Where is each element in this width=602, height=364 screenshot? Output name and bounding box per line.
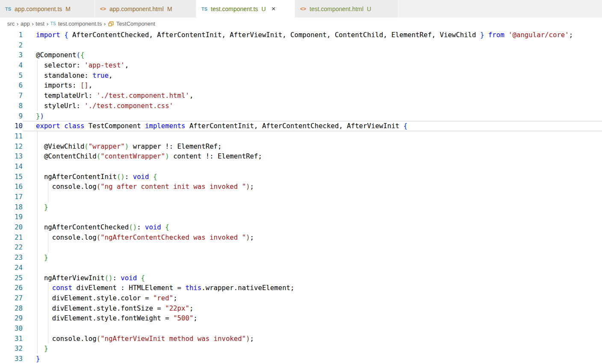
code-line-15[interactable]: 15 ngAfterContentInit(): void { [0, 172, 602, 182]
line-number[interactable]: 1 [0, 30, 23, 40]
code-line-27[interactable]: 27 divElement.style.color = "red"; [0, 293, 602, 303]
tab-app-component-html[interactable]: <> app.component.html M [95, 0, 196, 18]
code-text [23, 242, 36, 252]
line-number[interactable]: 4 [0, 60, 23, 70]
code-text: console.log("ng after content init was i… [23, 182, 254, 192]
line-number[interactable]: 25 [0, 273, 23, 283]
code-line-10[interactable]: 10export class TestComponent implements … [0, 121, 602, 131]
line-number[interactable]: 5 [0, 70, 23, 81]
line-number[interactable]: 29 [0, 313, 23, 323]
line-number[interactable]: 30 [0, 323, 23, 334]
code-line-14[interactable]: 14 [0, 161, 602, 172]
line-number[interactable]: 23 [0, 252, 23, 263]
tab-label: app.component.ts [15, 6, 62, 12]
indent-guide [48, 192, 48, 202]
breadcrumb: src › app › test › TS test.component.ts … [0, 18, 602, 30]
ts-file-icon: TS [5, 6, 11, 12]
line-number[interactable]: 7 [0, 91, 23, 101]
code-line-3[interactable]: 3@Component({ [0, 50, 602, 60]
code-line-22[interactable]: 22 [0, 242, 602, 252]
code-line-21[interactable]: 21 console.log("ngAfterContentChecked wa… [0, 232, 602, 243]
code-text: @ViewChild("wrapper") wrapper !: Element… [23, 141, 222, 152]
code-line-16[interactable]: 16 console.log("ng after content init wa… [0, 182, 602, 192]
indent-guide [37, 242, 38, 252]
tab-test-component-html[interactable]: <> test.component.html U [295, 0, 398, 18]
html-file-icon: <> [300, 6, 306, 12]
code-line-25[interactable]: 25 ngAfterViewInit(): void { [0, 273, 602, 283]
code-line-30[interactable]: 30 [0, 323, 602, 334]
line-number[interactable]: 28 [0, 303, 23, 314]
code-line-7[interactable]: 7 templateUrl: './test.component.html', [0, 91, 602, 101]
tab-label: test.component.ts [211, 6, 258, 12]
code-line-32[interactable]: 32 } [0, 343, 602, 354]
line-number[interactable]: 22 [0, 242, 23, 252]
code-text: divElement.style.color = "red"; [23, 293, 177, 303]
line-number[interactable]: 11 [0, 131, 23, 141]
line-number[interactable]: 21 [0, 232, 23, 243]
code-line-1[interactable]: 1import { AfterContentChecked, AfterCont… [0, 30, 602, 40]
code-line-33[interactable]: 33} [0, 354, 602, 364]
line-number[interactable]: 17 [0, 192, 23, 202]
code-line-26[interactable]: 26 const divElement : HTMLElement = this… [0, 283, 602, 293]
code-text [23, 161, 36, 172]
breadcrumb-item-test[interactable]: test [35, 21, 44, 27]
line-number[interactable]: 16 [0, 182, 23, 192]
class-symbol-icon [108, 21, 114, 27]
code-line-9[interactable]: 9}) [0, 111, 602, 121]
code-line-13[interactable]: 13 @ContentChild("contentWrapper") conte… [0, 151, 602, 161]
code-line-2[interactable]: 2 [0, 40, 602, 50]
breadcrumb-item-file[interactable]: TS test.component.ts [50, 21, 102, 27]
line-number[interactable]: 9 [0, 111, 23, 121]
line-number[interactable]: 18 [0, 202, 23, 212]
line-number[interactable]: 33 [0, 354, 23, 364]
code-line-31[interactable]: 31 console.log("ngAfterViewInit method w… [0, 334, 602, 344]
line-number[interactable]: 14 [0, 161, 23, 172]
code-line-5[interactable]: 5 standalone: true, [0, 70, 602, 81]
code-line-28[interactable]: 28 divElement.style.fontSize = "22px"; [0, 303, 602, 314]
code-line-18[interactable]: 18 } [0, 202, 602, 212]
code-line-24[interactable]: 24 [0, 263, 602, 273]
tab-app-component-ts[interactable]: TS app.component.ts M [0, 0, 95, 18]
code-line-6[interactable]: 6 imports: [], [0, 80, 602, 91]
code-text: divElement.style.fontWeight = "500"; [23, 313, 198, 323]
breadcrumb-item-symbol[interactable]: TestComponent [108, 21, 155, 27]
line-number[interactable]: 15 [0, 172, 23, 182]
line-number[interactable]: 8 [0, 101, 23, 111]
code-line-11[interactable]: 11 [0, 131, 602, 141]
line-number[interactable]: 12 [0, 141, 23, 152]
code-line-8[interactable]: 8 styleUrl: './test.component.css' [0, 101, 602, 111]
line-number[interactable]: 26 [0, 283, 23, 293]
ts-file-icon: TS [201, 6, 207, 12]
line-number[interactable]: 6 [0, 80, 23, 91]
line-number[interactable]: 24 [0, 263, 23, 273]
code-text: templateUrl: './test.component.html', [23, 91, 193, 101]
breadcrumb-item-src[interactable]: src [7, 21, 15, 27]
indent-guide [37, 192, 38, 202]
line-number[interactable]: 19 [0, 212, 23, 222]
indent-guide [48, 242, 48, 252]
line-number[interactable]: 3 [0, 50, 23, 60]
line-number[interactable]: 31 [0, 334, 23, 344]
code-editor[interactable]: 1import { AfterContentChecked, AfterCont… [0, 30, 602, 364]
code-line-23[interactable]: 23 } [0, 252, 602, 263]
code-line-4[interactable]: 4 selector: 'app-test', [0, 60, 602, 70]
line-number[interactable]: 10 [0, 121, 23, 131]
code-line-29[interactable]: 29 divElement.style.fontWeight = "500"; [0, 313, 602, 323]
line-number[interactable]: 20 [0, 222, 23, 232]
breadcrumb-item-app[interactable]: app [21, 21, 30, 27]
line-number[interactable]: 27 [0, 293, 23, 303]
git-status-badge: M [167, 6, 172, 12]
code-line-19[interactable]: 19 [0, 212, 602, 222]
code-line-12[interactable]: 12 @ViewChild("wrapper") wrapper !: Elem… [0, 141, 602, 152]
line-number[interactable]: 13 [0, 151, 23, 161]
close-tab-icon[interactable]: × [270, 5, 277, 13]
tab-test-component-ts[interactable]: TS test.component.ts U × [196, 0, 295, 18]
indent-guide [37, 263, 38, 273]
tab-label: app.component.html [109, 6, 164, 12]
code-line-17[interactable]: 17 [0, 192, 602, 202]
line-number[interactable]: 2 [0, 40, 23, 50]
tab-label: test.component.html [310, 6, 363, 12]
line-number[interactable]: 32 [0, 343, 23, 354]
code-line-20[interactable]: 20 ngAfterContentChecked(): void { [0, 222, 602, 232]
code-text: @Component({ [23, 50, 84, 60]
